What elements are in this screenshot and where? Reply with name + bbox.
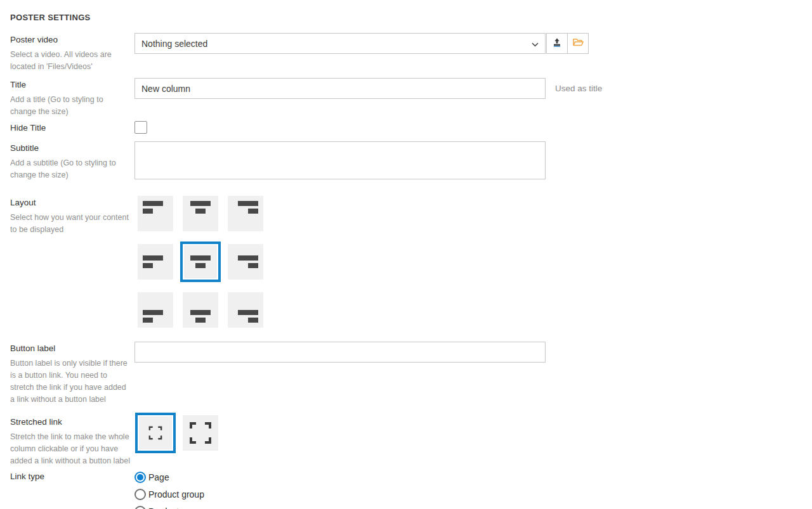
poster-video-help: Select a video. All videos are located i… <box>10 49 131 73</box>
button-label-help: Button label is only visible if there is… <box>10 358 131 406</box>
layout-help: Select how you want your content to be d… <box>10 212 131 236</box>
field-row-stretched-link: Stretched link Stretch the link to make … <box>10 415 812 467</box>
browse-files-button[interactable] <box>567 33 589 54</box>
layout-option-bottom-center[interactable] <box>183 292 218 328</box>
subtitle-label: Subtitle <box>10 143 134 154</box>
radio-button[interactable] <box>134 489 146 500</box>
radio-label: Page <box>148 472 169 482</box>
field-row-link-type: Link type PageProduct groupProduct <box>10 470 812 509</box>
stretched-link-option-grid <box>138 415 812 451</box>
radio-label: Product group <box>148 489 204 499</box>
radio-label: Product <box>148 506 179 509</box>
stretched-link-option-stretched[interactable] <box>138 415 173 451</box>
link-type-option-product-group[interactable]: Product group <box>134 489 812 500</box>
text-alignment-bars-icon <box>238 201 258 214</box>
field-row-button-label: Button label Button label is only visibl… <box>10 342 812 406</box>
poster-video-label-col: Poster video Select a video. All videos … <box>10 33 134 73</box>
poster-video-select-value: Nothing selected <box>141 39 207 49</box>
stretched-link-control <box>134 415 812 451</box>
layout-option-middle-right[interactable] <box>228 244 263 280</box>
text-alignment-bars-icon <box>143 201 163 214</box>
title-label: Title <box>10 79 134 91</box>
hide-title-checkbox[interactable] <box>134 121 147 134</box>
upload-icon <box>552 37 562 49</box>
radio-button[interactable] <box>134 472 146 483</box>
button-label-label-col: Button label Button label is only visibl… <box>10 342 134 406</box>
poster-video-label: Poster video <box>10 34 134 46</box>
corner-brackets-icon <box>148 426 162 440</box>
text-alignment-bars-icon <box>190 201 211 214</box>
upload-video-button[interactable] <box>546 33 568 54</box>
hide-title-label-col: Hide Title <box>10 121 134 137</box>
stretched-link-option-not-stretched[interactable] <box>183 415 218 451</box>
chevron-down-icon <box>532 39 539 49</box>
text-alignment-bars-icon <box>143 310 163 323</box>
corner-brackets-icon <box>189 422 212 444</box>
field-row-subtitle: Subtitle Add a subtitle (Go to styling t… <box>10 141 812 182</box>
link-type-label-col: Link type <box>10 470 134 486</box>
link-type-radio-group: PageProduct groupProduct <box>134 470 812 509</box>
field-row-poster-video: Poster video Select a video. All videos … <box>10 33 812 73</box>
button-label-label: Button label <box>10 343 134 354</box>
layout-label-col: Layout Select how you want your content … <box>10 196 134 236</box>
text-alignment-bars-icon <box>238 255 258 268</box>
radio-button[interactable] <box>134 506 146 509</box>
layout-option-top-center[interactable] <box>183 196 218 231</box>
subtitle-label-col: Subtitle Add a subtitle (Go to styling t… <box>10 141 134 181</box>
text-alignment-bars-icon <box>238 310 258 323</box>
stretched-link-label: Stretched link <box>10 416 134 428</box>
link-type-label: Link type <box>10 471 134 482</box>
button-label-input[interactable] <box>134 342 546 363</box>
subtitle-input[interactable] <box>134 141 546 179</box>
layout-option-middle-center[interactable] <box>183 244 218 280</box>
field-row-hide-title: Hide Title <box>10 121 812 137</box>
text-alignment-bars-icon <box>143 255 163 268</box>
button-label-control <box>134 342 812 363</box>
stretched-link-label-col: Stretched link Stretch the link to make … <box>10 415 134 467</box>
poster-settings-panel: POSTER SETTINGS Poster video Select a vi… <box>0 0 812 509</box>
subtitle-control <box>134 141 812 182</box>
layout-option-bottom-left[interactable] <box>138 292 173 328</box>
layout-option-top-right[interactable] <box>228 196 263 231</box>
hide-title-control <box>134 121 812 134</box>
title-label-col: Title Add a title (Go to styling to chan… <box>10 78 134 118</box>
layout-label: Layout <box>10 197 134 209</box>
hide-title-label: Hide Title <box>10 122 134 134</box>
field-row-layout: Layout Select how you want your content … <box>10 196 812 328</box>
poster-video-control: Nothing selected <box>134 33 812 54</box>
open-folder-icon <box>572 37 584 49</box>
text-alignment-bars-icon <box>190 310 211 323</box>
link-type-option-page[interactable]: Page <box>134 472 812 483</box>
field-row-title: Title Add a title (Go to styling to chan… <box>10 78 812 118</box>
subtitle-help: Add a subtitle (Go to styling to change … <box>10 157 131 181</box>
link-type-option-product[interactable]: Product <box>134 506 812 509</box>
title-note: Used as title <box>555 84 602 93</box>
title-help: Add a title (Go to styling to change the… <box>10 94 131 118</box>
poster-video-select[interactable]: Nothing selected <box>134 33 546 54</box>
text-alignment-bars-icon <box>190 255 211 268</box>
layout-option-top-left[interactable] <box>138 196 173 231</box>
layout-control <box>134 196 812 328</box>
layout-option-grid <box>138 196 812 328</box>
layout-option-middle-left[interactable] <box>138 244 173 280</box>
layout-option-bottom-right[interactable] <box>228 292 263 328</box>
title-control: Used as title <box>134 78 812 99</box>
stretched-link-help: Stretch the link to make the whole colum… <box>10 431 131 467</box>
panel-title: POSTER SETTINGS <box>10 13 812 22</box>
link-type-control: PageProduct groupProduct <box>134 470 812 509</box>
title-input[interactable] <box>134 78 546 99</box>
